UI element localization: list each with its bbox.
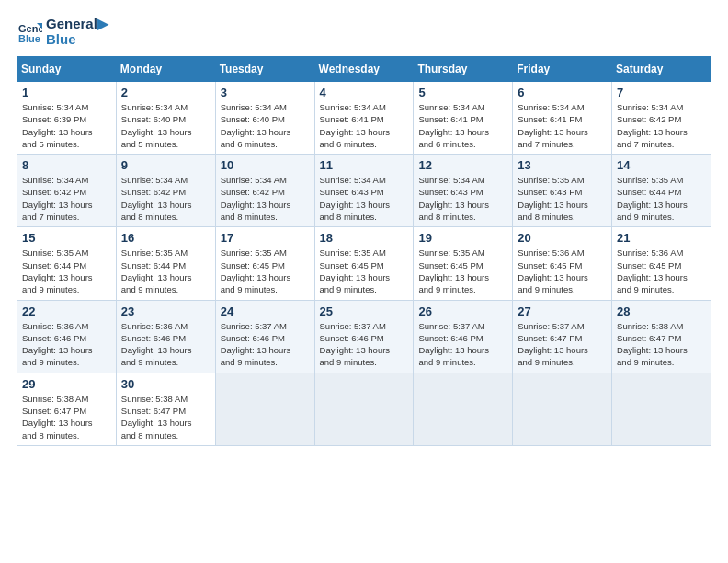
weekday-header-row: SundayMondayTuesdayWednesdayThursdayFrid… [17,57,711,82]
calendar-cell: 9Sunrise: 5:34 AMSunset: 6:42 PMDaylight… [116,155,215,227]
day-info: Sunrise: 5:35 AMSunset: 6:44 PMDaylight:… [121,247,210,295]
calendar-cell: 4Sunrise: 5:34 AMSunset: 6:41 PMDaylight… [314,82,414,155]
calendar-week-row: 1Sunrise: 5:34 AMSunset: 6:39 PMDaylight… [17,82,711,155]
day-number: 18 [320,231,409,245]
day-info: Sunrise: 5:35 AMSunset: 6:44 PMDaylight:… [22,247,111,295]
day-info: Sunrise: 5:34 AMSunset: 6:41 PMDaylight:… [518,101,607,150]
calendar-cell: 29Sunrise: 5:38 AMSunset: 6:47 PMDayligh… [17,373,117,445]
day-number: 19 [418,231,507,245]
calendar-cell: 3Sunrise: 5:34 AMSunset: 6:40 PMDaylight… [215,82,314,155]
day-info: Sunrise: 5:34 AMSunset: 6:42 PMDaylight:… [221,174,310,223]
day-number: 23 [121,304,210,318]
day-info: Sunrise: 5:35 AMSunset: 6:43 PMDaylight:… [518,174,607,223]
day-number: 8 [22,158,111,172]
calendar-cell: 13Sunrise: 5:35 AMSunset: 6:43 PMDayligh… [513,155,612,227]
page: General Blue General▶ Blue SundayMondayT… [0,0,728,563]
calendar-cell: 5Sunrise: 5:34 AMSunset: 6:41 PMDaylight… [414,82,513,155]
calendar-week-row: 22Sunrise: 5:36 AMSunset: 6:46 PMDayligh… [17,300,711,373]
day-info: Sunrise: 5:37 AMSunset: 6:46 PMDaylight:… [320,320,409,369]
calendar-cell [612,373,711,445]
day-number: 4 [320,86,409,99]
calendar-cell: 6Sunrise: 5:34 AMSunset: 6:41 PMDaylight… [513,82,612,155]
calendar-table: SundayMondayTuesdayWednesdayThursdayFrid… [17,56,711,446]
day-number: 28 [617,304,706,318]
day-number: 30 [121,377,210,391]
day-info: Sunrise: 5:38 AMSunset: 6:47 PMDaylight:… [121,393,210,442]
day-number: 29 [22,377,111,391]
calendar-week-row: 8Sunrise: 5:34 AMSunset: 6:42 PMDaylight… [17,155,711,227]
calendar-cell: 19Sunrise: 5:35 AMSunset: 6:45 PMDayligh… [414,227,513,300]
calendar-cell: 23Sunrise: 5:36 AMSunset: 6:46 PMDayligh… [116,300,215,373]
day-number: 13 [518,158,607,172]
calendar-cell: 15Sunrise: 5:35 AMSunset: 6:44 PMDayligh… [17,227,117,300]
day-number: 25 [320,304,409,318]
calendar-cell: 18Sunrise: 5:35 AMSunset: 6:45 PMDayligh… [314,227,414,300]
weekday-header: Friday [513,57,612,82]
day-info: Sunrise: 5:34 AMSunset: 6:39 PMDaylight:… [22,101,111,150]
calendar-cell: 16Sunrise: 5:35 AMSunset: 6:44 PMDayligh… [116,227,215,300]
day-number: 3 [221,86,310,99]
day-info: Sunrise: 5:34 AMSunset: 6:42 PMDaylight:… [617,101,706,150]
day-number: 20 [518,231,607,245]
calendar-cell: 17Sunrise: 5:35 AMSunset: 6:45 PMDayligh… [215,227,314,300]
calendar-cell: 22Sunrise: 5:36 AMSunset: 6:46 PMDayligh… [17,300,117,373]
day-info: Sunrise: 5:35 AMSunset: 6:44 PMDaylight:… [617,174,706,223]
calendar-cell: 8Sunrise: 5:34 AMSunset: 6:42 PMDaylight… [17,155,117,227]
day-info: Sunrise: 5:34 AMSunset: 6:40 PMDaylight:… [121,101,210,150]
day-number: 7 [617,86,706,99]
day-info: Sunrise: 5:36 AMSunset: 6:46 PMDaylight:… [22,320,111,369]
day-number: 5 [418,86,507,99]
calendar-cell: 28Sunrise: 5:38 AMSunset: 6:47 PMDayligh… [612,300,711,373]
calendar-cell: 27Sunrise: 5:37 AMSunset: 6:47 PMDayligh… [513,300,612,373]
calendar-cell: 7Sunrise: 5:34 AMSunset: 6:42 PMDaylight… [612,82,711,155]
day-info: Sunrise: 5:35 AMSunset: 6:45 PMDaylight:… [221,247,310,295]
day-number: 6 [518,86,607,99]
day-info: Sunrise: 5:34 AMSunset: 6:40 PMDaylight:… [221,101,310,150]
day-info: Sunrise: 5:37 AMSunset: 6:46 PMDaylight:… [221,320,310,369]
day-info: Sunrise: 5:35 AMSunset: 6:45 PMDaylight:… [418,247,507,295]
day-info: Sunrise: 5:36 AMSunset: 6:45 PMDaylight:… [518,247,607,295]
day-info: Sunrise: 5:36 AMSunset: 6:46 PMDaylight:… [121,320,210,369]
calendar-cell [414,373,513,445]
calendar-cell: 11Sunrise: 5:34 AMSunset: 6:43 PMDayligh… [314,155,414,227]
weekday-header: Tuesday [215,57,314,82]
calendar-cell: 25Sunrise: 5:37 AMSunset: 6:46 PMDayligh… [314,300,414,373]
logo-icon: General Blue [17,19,42,45]
day-number: 2 [121,86,210,99]
logo-area: General Blue General▶ Blue [17,17,108,47]
day-info: Sunrise: 5:34 AMSunset: 6:42 PMDaylight:… [22,174,111,223]
weekday-header: Monday [116,57,215,82]
day-info: Sunrise: 5:37 AMSunset: 6:46 PMDaylight:… [418,320,507,369]
svg-text:Blue: Blue [18,33,40,44]
calendar-week-row: 29Sunrise: 5:38 AMSunset: 6:47 PMDayligh… [17,373,711,445]
day-number: 16 [121,231,210,245]
day-info: Sunrise: 5:37 AMSunset: 6:47 PMDaylight:… [518,320,607,369]
day-info: Sunrise: 5:34 AMSunset: 6:43 PMDaylight:… [418,174,507,223]
calendar-week-row: 15Sunrise: 5:35 AMSunset: 6:44 PMDayligh… [17,227,711,300]
day-info: Sunrise: 5:38 AMSunset: 6:47 PMDaylight:… [22,393,111,442]
day-number: 10 [221,158,310,172]
day-number: 17 [221,231,310,245]
day-info: Sunrise: 5:34 AMSunset: 6:41 PMDaylight:… [320,101,409,150]
day-number: 27 [518,304,607,318]
calendar-cell [215,373,314,445]
calendar-cell: 12Sunrise: 5:34 AMSunset: 6:43 PMDayligh… [414,155,513,227]
calendar-cell: 1Sunrise: 5:34 AMSunset: 6:39 PMDaylight… [17,82,117,155]
day-number: 22 [22,304,111,318]
calendar-cell: 2Sunrise: 5:34 AMSunset: 6:40 PMDaylight… [116,82,215,155]
day-number: 21 [617,231,706,245]
day-info: Sunrise: 5:34 AMSunset: 6:42 PMDaylight:… [121,174,210,223]
day-number: 26 [418,304,507,318]
weekday-header: Saturday [612,57,711,82]
calendar-cell [314,373,414,445]
day-info: Sunrise: 5:35 AMSunset: 6:45 PMDaylight:… [320,247,409,295]
calendar-cell: 21Sunrise: 5:36 AMSunset: 6:45 PMDayligh… [612,227,711,300]
calendar-cell: 30Sunrise: 5:38 AMSunset: 6:47 PMDayligh… [116,373,215,445]
calendar-cell [513,373,612,445]
day-number: 11 [320,158,409,172]
day-number: 9 [121,158,210,172]
calendar-cell: 20Sunrise: 5:36 AMSunset: 6:45 PMDayligh… [513,227,612,300]
day-number: 1 [22,86,111,99]
day-info: Sunrise: 5:38 AMSunset: 6:47 PMDaylight:… [617,320,706,369]
calendar-cell: 24Sunrise: 5:37 AMSunset: 6:46 PMDayligh… [215,300,314,373]
